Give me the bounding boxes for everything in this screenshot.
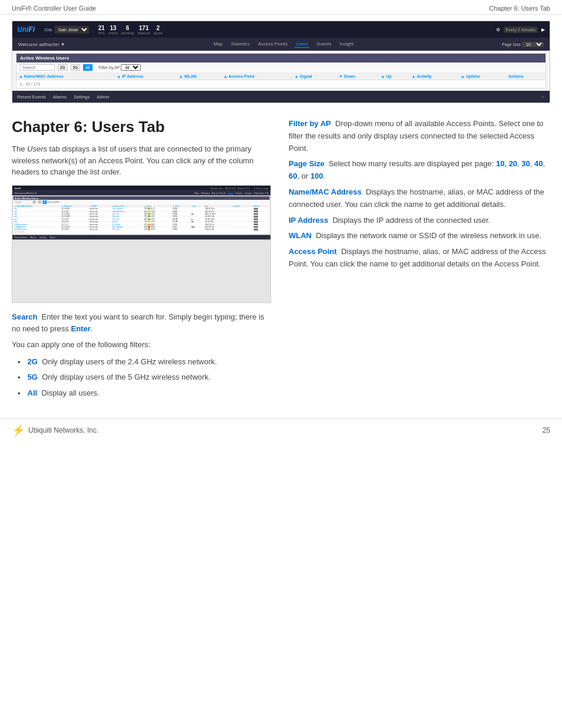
site-label: Site [44, 27, 52, 32]
filter-ap: Filter by AP All [99, 64, 141, 71]
nav-tab-guests[interactable]: Guests [315, 41, 332, 48]
header-left: UniFi® Controller User Guide [12, 5, 96, 12]
chapter-content: Chapter 6: Users Tab The Users tab displ… [0, 109, 562, 413]
filter-2g-btn[interactable]: 2G [58, 64, 68, 71]
bottom-tab-admin[interactable]: Admin [97, 94, 109, 100]
aps-stat: 21 APs [98, 25, 105, 35]
col-down[interactable]: ▼ Down [336, 73, 379, 80]
unifi-logo: UniFi [17, 25, 35, 34]
stations-lbl: Stations [137, 31, 150, 35]
search-input[interactable] [19, 64, 55, 71]
page-size-desc: Page Size Select how many results are di… [289, 158, 548, 183]
col-activity[interactable]: ▲ Activity [409, 73, 458, 80]
navbar: Welcome adRachin ▼ Map Statistics Access… [12, 38, 550, 51]
nav-tab-access-points[interactable]: Access Points [257, 41, 289, 48]
refresh-btn[interactable]: Every 2 minutes [504, 27, 538, 33]
bottom-expand[interactable]: ▼ [541, 95, 545, 99]
col-uptime[interactable]: ▲ Uptime [458, 73, 506, 80]
col-ip[interactable]: ▲ IP Address [114, 73, 177, 80]
aps-online-num: 13 [110, 25, 116, 31]
page-size-select[interactable]: 1020304060100 [523, 42, 544, 47]
wlan-label: WLAN [289, 231, 312, 240]
topbar-site: Site San Jose [44, 26, 89, 34]
search-label: Search [12, 312, 37, 321]
nav-welcome[interactable]: Welcome adRachin ▼ [18, 42, 65, 47]
mini-unifi-content: UniFi Site San Jose ▾ APs 21 13 6 Statio… [12, 186, 270, 239]
bottom-tab-alarms[interactable]: Alarms [53, 94, 67, 100]
page-size-label: Page Size [502, 42, 521, 47]
page-size-100: 100 [310, 172, 323, 180]
nav-tab-statistics[interactable]: Statistics [230, 41, 251, 48]
header-right: Chapter 6: Users Tab [489, 5, 550, 12]
aps-offline-stat: 6 pending [121, 25, 134, 35]
bottom-tab-settings[interactable]: Settings [74, 94, 90, 100]
filter-5g-key: 5G [28, 373, 38, 381]
col-signal[interactable]: ▲ Signal [292, 73, 336, 80]
aps-offline-num: 6 [126, 25, 130, 31]
wlan-desc: WLAN Displays the network name or SSID o… [289, 230, 548, 242]
col-wlan[interactable]: ▲ WLAN [177, 73, 221, 80]
filter-ap-label: Filter by AP [99, 65, 120, 70]
stations-sub-lbl: guest [154, 31, 163, 35]
panel-title: Active Wireless Users [16, 54, 546, 62]
chapter-right: Filter by AP Drop-down menu of all avail… [289, 118, 548, 404]
aps-online-lbl: online [108, 31, 118, 35]
access-point-label: Access Point [289, 247, 337, 256]
access-point-desc: Access Point Displays the hostname, alia… [289, 246, 548, 271]
filter-all-btn[interactable]: All [83, 64, 92, 71]
page-size-40: 40 [534, 159, 543, 168]
table-controls: 2G 5G All Filter by AP All [16, 62, 546, 73]
name-mac-desc: Name/MAC Address Displays the hostname, … [289, 186, 548, 211]
screenshot-area: UniFi Site San Jose 21 APs 13 online 6 [12, 21, 550, 103]
stations-num: 171 [139, 25, 149, 31]
filter-2g-item: 2G Only display users of the 2.4 GHz wir… [18, 356, 271, 368]
page-size-30: 30 [521, 159, 530, 168]
col-name[interactable]: ▲ Name/MAC Address [16, 73, 114, 80]
nav-tab-insight[interactable]: Insight [338, 41, 355, 48]
mini-screenshot: UniFi Site San Jose ▾ APs 21 13 6 Statio… [12, 185, 271, 303]
chapter-title: Chapter 6: Users Tab [12, 118, 271, 136]
unifi-app: UniFi Site San Jose 21 APs 13 online 6 [12, 21, 550, 103]
filter-ap-select[interactable]: All [121, 64, 141, 71]
topbar-right: ⚙ Every 2 minutes ▶ [496, 27, 545, 33]
footer-logo: ⚡ Ubiquiti Networks, Inc. [12, 424, 98, 437]
filter-5g-btn[interactable]: 5G [71, 64, 81, 71]
chapter-left: Chapter 6: Users Tab The Users tab displ… [12, 118, 271, 404]
nav-tabs: Map Statistics Access Points Users Guest… [212, 41, 355, 48]
name-mac-label: Name/MAC Address [289, 187, 362, 196]
page-footer: ⚡ Ubiquiti Networks, Inc. 25 [0, 419, 562, 442]
page-size-ctrl: Page Size 1020304060100 [502, 42, 544, 47]
nav-tab-users[interactable]: Users [295, 41, 309, 48]
page-size-10: 10 [496, 159, 504, 168]
bottom-tab-recent[interactable]: Recent Events [17, 94, 46, 100]
page-size-20: 20 [509, 159, 517, 168]
site-select[interactable]: San Jose [55, 26, 89, 34]
filter-all-item: All Display all users. [18, 387, 271, 400]
nav-tab-map[interactable]: Map [212, 41, 224, 48]
users-panel: Active Wireless Users 2G 5G All Filter b… [16, 53, 546, 88]
ubiquiti-icon: ⚡ [12, 424, 25, 437]
page-size-60: 60 [289, 172, 297, 180]
filter-intro: You can apply one of the following filte… [12, 339, 271, 351]
topbar-stats: 21 APs 13 online 6 pending 171 Stations … [98, 25, 163, 35]
footer-company: Ubiquiti Networks, Inc. [28, 426, 98, 434]
col-up[interactable]: ▲ Up [379, 73, 409, 80]
stations-sub-num: 2 [157, 25, 160, 31]
page-header: UniFi® Controller User Guide Chapter 6: … [0, 0, 562, 15]
col-ap[interactable]: ▲ Access Point [221, 73, 292, 80]
users-table: ▲ Name/MAC Address ▲ IP Address ▲ WLAN ▲… [16, 73, 546, 80]
aps-offline-lbl: pending [121, 31, 134, 35]
page-number: 25 [543, 426, 550, 434]
filter-by-ap-desc: Filter by AP Drop-down menu of all avail… [289, 118, 548, 154]
refresh-icon[interactable]: ▶ [541, 27, 545, 32]
chapter-intro: The Users tab displays a list of users t… [12, 143, 271, 178]
bottom-bar: Recent Events Alarms Settings Admin ▼ [12, 91, 550, 103]
aps-lbl: APs [98, 31, 105, 35]
users-italic: Users [27, 144, 47, 153]
settings-icon[interactable]: ⚙ [496, 27, 500, 32]
aps-num: 21 [98, 25, 105, 31]
ip-address-desc: IP Address Displays the IP address of th… [289, 215, 548, 227]
pagination-info: 1 - 10 / 171 [16, 80, 546, 88]
filter-by-ap-label: Filter by AP [289, 119, 331, 128]
filter-2g-key: 2G [28, 357, 38, 366]
